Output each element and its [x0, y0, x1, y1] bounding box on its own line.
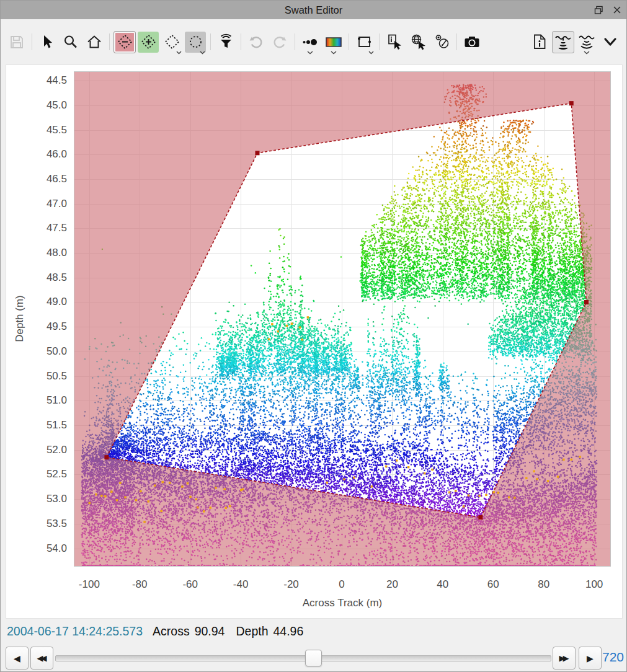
y-tick-label: 46.5: [47, 173, 67, 185]
swath-view-button[interactable]: [553, 32, 574, 53]
y-tick-label: 47.0: [47, 198, 67, 210]
swath-editor-window: Swath Editor: [0, 0, 627, 672]
y-tick-label: 47.5: [47, 222, 67, 234]
depth-label: Depth: [236, 624, 268, 639]
select-circle-button[interactable]: [185, 32, 206, 53]
y-tick-label: 44.5: [47, 74, 67, 87]
x-tick-label: -100: [79, 578, 100, 591]
next-frame-button[interactable]: ▶: [579, 647, 602, 670]
pick-globe-button[interactable]: [407, 32, 429, 53]
across-label: Across: [153, 624, 190, 639]
select-accept-button[interactable]: [138, 32, 159, 53]
fast-forward-button[interactable]: ▶▶: [553, 647, 576, 670]
fan-view-button[interactable]: [576, 32, 597, 53]
x-tick-label: -80: [132, 578, 148, 591]
y-tick-label: 49.0: [47, 296, 67, 308]
select-reject-button[interactable]: [114, 32, 135, 53]
y-tick-label: 46.0: [47, 148, 67, 161]
frame-slider-handle[interactable]: [305, 650, 322, 666]
x-tick-label: -20: [283, 578, 299, 591]
y-tick-label: 51.0: [47, 394, 67, 407]
x-tick-label: 40: [437, 578, 448, 591]
select-cursor-button[interactable]: [37, 32, 58, 53]
y-tick-label: 45.5: [47, 124, 67, 136]
pick-info-button[interactable]: [384, 32, 405, 53]
redo-button[interactable]: [269, 32, 290, 53]
y-tick-label: 52.0: [47, 444, 67, 456]
toolbar: [1, 19, 626, 64]
status-bar: 2004-06-17 14:24:25.573 Across 90.94 Dep…: [7, 623, 314, 639]
x-tick-label: 100: [585, 578, 603, 591]
x-tick-label: -40: [233, 578, 249, 591]
plot-panel: 44.545.045.546.046.547.047.548.048.549.0…: [6, 64, 623, 619]
home-button[interactable]: [84, 32, 105, 53]
frame-slider-track[interactable]: [55, 655, 551, 661]
titlebar: Swath Editor: [1, 1, 626, 19]
swath-limits-button[interactable]: [354, 32, 375, 53]
chevron-down-icon: [200, 51, 205, 55]
frame-count: 720: [602, 650, 624, 665]
undock-icon[interactable]: [593, 4, 604, 15]
swath-plot[interactable]: [74, 71, 611, 567]
x-axis-title: Across Track (m): [303, 597, 382, 609]
x-tick-label: 20: [386, 578, 398, 591]
chevron-down-icon: [584, 51, 590, 55]
colormap-button[interactable]: [323, 32, 344, 53]
y-tick-label: 51.5: [47, 419, 67, 431]
info-document-button[interactable]: [529, 32, 550, 53]
status-timestamp: 2004-06-17 14:24:25.573: [7, 624, 143, 639]
y-tick-label: 53.0: [47, 493, 67, 505]
y-tick-label: 49.5: [47, 321, 67, 333]
prev-frame-button[interactable]: ◀: [6, 647, 29, 670]
save-button[interactable]: [6, 32, 27, 53]
x-tick-label: 0: [339, 578, 344, 591]
y-tick-label: 45.0: [47, 99, 67, 112]
x-tick-label: -60: [182, 578, 198, 591]
x-tick-label: 80: [538, 578, 549, 591]
window-title: Swath Editor: [285, 4, 343, 16]
fast-rewind-button[interactable]: ◀◀: [30, 647, 53, 670]
y-tick-label: 48.0: [47, 247, 67, 259]
zoom-button[interactable]: [60, 32, 81, 53]
more-tools-button[interactable]: [600, 32, 621, 53]
close-icon[interactable]: [611, 4, 623, 15]
x-tick-label: 60: [487, 578, 499, 591]
locate-compass-button[interactable]: [431, 32, 452, 53]
select-polygon-button[interactable]: [161, 32, 182, 53]
y-tick-label: 48.5: [47, 272, 67, 284]
y-tick-label: 50.0: [47, 345, 67, 358]
chevron-down-icon: [331, 51, 337, 55]
undo-button[interactable]: [246, 32, 267, 53]
depth-value: 44.96: [273, 624, 304, 639]
y-axis-title: Depth (m): [14, 295, 26, 342]
chevron-down-icon: [176, 51, 182, 55]
point-size-button[interactable]: [300, 32, 321, 53]
y-tick-label: 53.5: [47, 518, 67, 530]
y-tick-label: 52.5: [47, 468, 67, 480]
snapshot-camera-button[interactable]: [461, 32, 482, 53]
across-value: 90.94: [195, 624, 225, 639]
chevron-down-icon: [368, 51, 374, 55]
transport-bar: ◀ ◀◀ ▶▶ ▶ 720: [1, 645, 626, 672]
chevron-down-icon: [307, 51, 313, 55]
y-tick-label: 54.0: [47, 542, 67, 555]
y-tick-label: 50.5: [47, 370, 67, 382]
beam-filter-button[interactable]: [215, 32, 236, 53]
